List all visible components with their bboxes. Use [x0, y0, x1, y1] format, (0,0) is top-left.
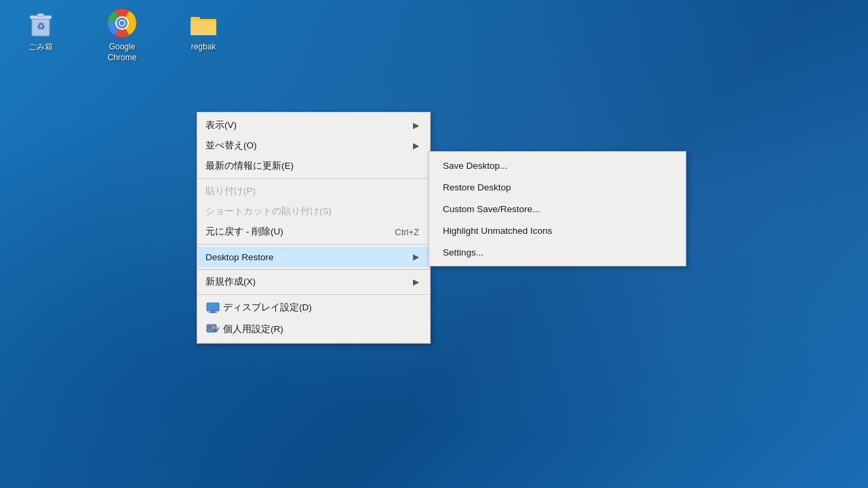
regbak-label: regbak	[191, 42, 216, 53]
svg-rect-14	[209, 312, 217, 313]
display-settings-icon	[205, 301, 220, 314]
svg-rect-13	[211, 311, 215, 312]
svg-rect-2	[37, 14, 44, 16]
menu-new-label: 新規作成(X)	[205, 276, 413, 288]
separator-3	[197, 269, 430, 270]
svg-rect-12	[207, 303, 219, 311]
menu-paste-shortcut-label: ショートカットの貼り付け(S)	[205, 205, 419, 218]
submenu-highlight-unmatched-label: Highlight Unmatched Icons	[443, 226, 552, 236]
menu-undo-label: 元に戻す - 削除(U)	[205, 226, 395, 238]
personalize-icon	[205, 323, 220, 336]
separator-2	[197, 244, 430, 245]
desktop-icon-chrome[interactable]: Google Chrome	[95, 7, 149, 63]
menu-item-sort[interactable]: 並べ替え(O) ▶	[197, 136, 430, 156]
submenu-save-desktop-label: Save Desktop...	[443, 161, 507, 171]
svg-rect-11	[191, 21, 216, 35]
recycle-bin-label: ごみ箱	[28, 42, 53, 53]
menu-item-desktop-restore[interactable]: Desktop Restore ▶	[197, 247, 430, 267]
menu-item-display-settings[interactable]: ディスプレイ設定(D)	[197, 297, 430, 319]
menu-new-arrow: ▶	[413, 277, 419, 287]
submenu-restore-desktop-label: Restore Desktop	[443, 182, 511, 192]
desktop-restore-submenu: Save Desktop... Restore Desktop Custom S…	[429, 151, 686, 266]
chrome-icon	[106, 7, 138, 39]
menu-refresh-label: 最新の情報に更新(E)	[205, 160, 419, 172]
desktop-icons-area: ♻ ごみ箱	[14, 7, 231, 63]
desktop-icon-recycle-bin[interactable]: ♻ ごみ箱	[14, 7, 68, 53]
menu-view-arrow: ▶	[413, 121, 419, 130]
submenu-item-save-desktop[interactable]: Save Desktop...	[429, 155, 686, 176]
menu-personalize-label: 個人用設定(R)	[223, 323, 419, 336]
submenu-custom-save-restore-label: Custom Save/Restore...	[443, 204, 540, 214]
menu-desktop-restore-arrow: ▶	[413, 252, 419, 262]
menu-item-refresh[interactable]: 最新の情報に更新(E)	[197, 156, 430, 176]
desktop-icon-regbak[interactable]: regbak	[176, 7, 231, 53]
svg-rect-19	[212, 329, 215, 331]
menu-display-settings-label: ディスプレイ設定(D)	[223, 302, 419, 314]
submenu-settings-label: Settings...	[443, 247, 484, 258]
menu-undo-shortcut: Ctrl+Z	[395, 227, 419, 237]
menu-item-personalize[interactable]: 個人用設定(R)	[197, 319, 430, 340]
menu-item-paste[interactable]: 貼り付け(P)	[197, 181, 430, 201]
menu-item-new[interactable]: 新規作成(X) ▶	[197, 272, 430, 292]
separator-4	[197, 294, 430, 295]
menu-paste-label: 貼り付け(P)	[205, 185, 419, 197]
submenu-item-custom-save-restore[interactable]: Custom Save/Restore...	[429, 198, 686, 220]
svg-rect-18	[208, 329, 211, 331]
svg-point-8	[120, 21, 125, 26]
svg-rect-16	[208, 326, 211, 329]
menu-item-view[interactable]: 表示(V) ▶	[197, 115, 430, 136]
menu-item-undo[interactable]: 元に戻す - 削除(U) Ctrl+Z	[197, 222, 430, 242]
regbak-icon	[187, 7, 220, 39]
menu-item-paste-shortcut[interactable]: ショートカットの貼り付け(S)	[197, 201, 430, 222]
menu-sort-arrow: ▶	[413, 141, 419, 150]
chrome-label: Google Chrome	[95, 42, 149, 63]
menu-sort-label: 並べ替え(O)	[205, 140, 413, 152]
submenu-item-restore-desktop[interactable]: Restore Desktop	[429, 176, 686, 198]
submenu-item-highlight-unmatched[interactable]: Highlight Unmatched Icons	[429, 220, 686, 241]
recycle-bin-icon: ♻	[24, 7, 57, 39]
menu-desktop-restore-label: Desktop Restore	[205, 252, 413, 262]
menu-view-label: 表示(V)	[205, 119, 413, 131]
svg-text:♻: ♻	[37, 21, 45, 32]
submenu-item-settings[interactable]: Settings...	[429, 241, 686, 263]
svg-rect-17	[212, 326, 215, 329]
context-menu: 表示(V) ▶ 並べ替え(O) ▶ 最新の情報に更新(E) 貼り付け(P) ショ…	[197, 112, 431, 344]
separator-1	[197, 178, 430, 179]
